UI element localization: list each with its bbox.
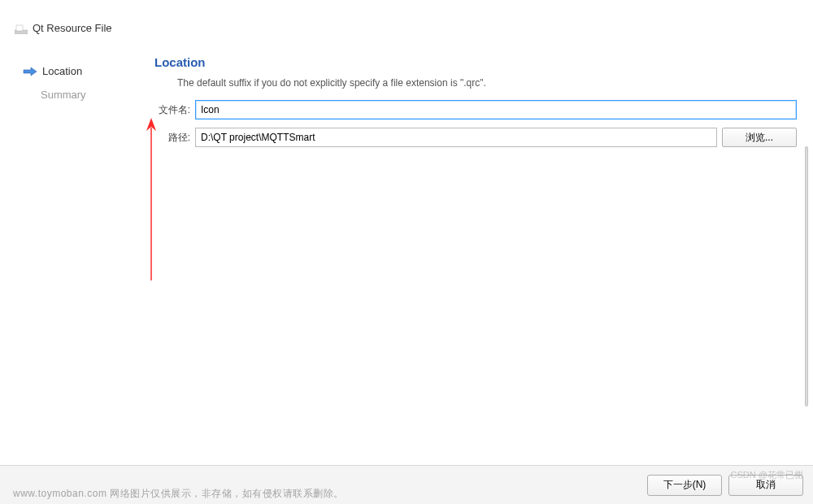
filename-label: 文件名:	[154, 103, 190, 117]
title-bar: Qt Resource File	[0, 0, 813, 41]
browse-button[interactable]: 浏览...	[722, 128, 797, 147]
svg-rect-1	[16, 25, 23, 31]
path-input[interactable]	[195, 128, 717, 147]
window-title: Qt Resource File	[33, 22, 112, 34]
resource-file-icon	[15, 23, 28, 34]
wizard-window: Qt Resource File Location Summary Locati…	[0, 0, 813, 504]
filename-input[interactable]	[195, 100, 797, 119]
path-label: 路径:	[154, 131, 190, 145]
body: Location Summary Location The default su…	[0, 41, 813, 465]
sidebar-item-location[interactable]: Location	[23, 63, 146, 79]
cancel-button[interactable]: 取消	[728, 475, 803, 496]
sidebar-item-summary[interactable]: Summary	[23, 87, 146, 102]
helper-text: The default suffix if you do not explici…	[177, 77, 797, 89]
sidebar-item-label: Summary	[41, 89, 86, 101]
wizard-main: Location The default suffix if you do no…	[154, 41, 813, 465]
wizard-sidebar: Location Summary	[0, 41, 154, 465]
wizard-footer: 下一步(N) 取消	[0, 465, 813, 504]
filename-row: 文件名:	[154, 100, 797, 119]
next-button[interactable]: 下一步(N)	[647, 475, 722, 496]
section-heading: Location	[154, 55, 797, 69]
sidebar-item-label: Location	[42, 65, 82, 77]
path-row: 路径: 浏览...	[154, 128, 797, 147]
current-step-arrow-icon	[23, 66, 37, 77]
scrollbar-remnant	[805, 146, 808, 406]
